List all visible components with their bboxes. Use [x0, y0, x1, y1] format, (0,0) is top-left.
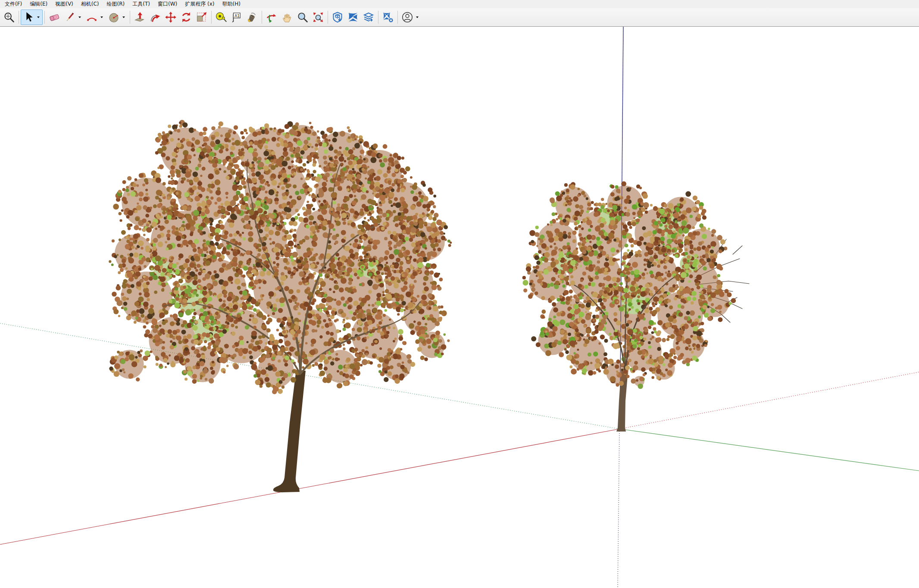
- push-pull-icon: [134, 11, 146, 23]
- extension-manager-button[interactable]: [380, 9, 396, 25]
- menu-item-help[interactable]: 帮助(H): [218, 0, 244, 9]
- paint-bucket-icon: [246, 11, 258, 23]
- account-button[interactable]: [400, 9, 422, 25]
- circle-dropdown-arrow[interactable]: [121, 11, 126, 23]
- menu-item-window[interactable]: 窗口(W): [154, 0, 181, 9]
- arc-icon: [86, 11, 98, 23]
- menu-item-tools[interactable]: 工具(T): [128, 0, 154, 9]
- toolbar-separator: [44, 11, 45, 24]
- move-icon: [165, 11, 177, 23]
- line-button[interactable]: [62, 9, 84, 25]
- blue-axis-down-dotted: [618, 429, 619, 588]
- push-pull-button[interactable]: [132, 9, 147, 25]
- follow-me-button[interactable]: [147, 9, 163, 25]
- eraser-button[interactable]: [47, 9, 62, 25]
- share-component-button[interactable]: [361, 9, 376, 25]
- scale-icon: [196, 11, 208, 23]
- rotate-button[interactable]: [178, 9, 194, 25]
- toolbar-separator: [397, 11, 398, 24]
- menu-bar: 文件(F)编辑(E)视图(V)相机(C)绘图(R)工具(T)窗口(W)扩展程序 …: [0, 0, 919, 8]
- move-button[interactable]: [163, 9, 178, 25]
- viewport-canvas[interactable]: [0, 27, 919, 588]
- search-button[interactable]: [1, 9, 17, 25]
- tape-measure-icon: [215, 11, 227, 23]
- extension-manager-icon: [382, 11, 394, 23]
- toolbar: A1: [0, 8, 919, 27]
- text-icon: A1: [231, 11, 243, 23]
- menu-item-camera[interactable]: 相机(C): [77, 0, 103, 9]
- select-dropdown-arrow[interactable]: [35, 11, 41, 23]
- text-button[interactable]: A1: [229, 9, 244, 25]
- toolbar-separator: [211, 11, 212, 24]
- paint-bucket-button[interactable]: [244, 9, 260, 25]
- menu-item-file[interactable]: 文件(F): [1, 0, 26, 9]
- red-axis-back-dotted: [619, 372, 919, 429]
- red-axis-solid: [0, 429, 619, 544]
- green-axis-solid: [619, 429, 919, 471]
- warehouse-3d-icon: [331, 11, 344, 23]
- share-component-icon: [363, 11, 375, 23]
- rotate-icon: [180, 11, 192, 23]
- viewport[interactable]: [0, 27, 919, 588]
- warehouse-3d-button[interactable]: [330, 9, 345, 25]
- orbit-icon: [266, 11, 278, 23]
- arc-button[interactable]: [84, 9, 106, 25]
- menu-item-view[interactable]: 视图(V): [51, 0, 77, 9]
- zoom-icon: [297, 11, 309, 23]
- svg-text:A1: A1: [234, 14, 240, 18]
- pan-icon: [281, 11, 293, 23]
- circle-button[interactable]: [106, 9, 128, 25]
- toolbar-separator: [328, 11, 328, 24]
- arc-dropdown-arrow[interactable]: [99, 11, 104, 23]
- zoom-button[interactable]: [295, 9, 310, 25]
- toolbar-separator: [378, 11, 378, 24]
- eraser-icon: [48, 11, 60, 23]
- tree-left-large[interactable]: [109, 120, 452, 492]
- follow-me-icon: [149, 11, 161, 23]
- zoom-extents-button[interactable]: [310, 9, 326, 25]
- share-model-button[interactable]: [345, 9, 361, 25]
- select-icon: [22, 11, 34, 23]
- orbit-button[interactable]: [264, 9, 279, 25]
- menu-item-extensions[interactable]: 扩展程序 (x): [181, 0, 218, 9]
- line-dropdown-arrow[interactable]: [77, 11, 82, 23]
- tree-right-small[interactable]: [522, 181, 749, 432]
- toolbar-separator: [130, 11, 130, 24]
- account-dropdown-arrow[interactable]: [414, 11, 420, 23]
- circle-icon: [108, 11, 120, 23]
- line-icon: [64, 11, 76, 23]
- toolbar-separator: [19, 11, 19, 24]
- share-model-icon: [347, 11, 359, 23]
- zoom-extents-icon: [312, 11, 324, 23]
- account-icon: [401, 11, 413, 23]
- scale-button[interactable]: [194, 9, 209, 25]
- search-icon: [3, 11, 15, 23]
- select-button[interactable]: [21, 9, 43, 25]
- menu-item-draw[interactable]: 绘图(R): [103, 0, 129, 9]
- toolbar-separator: [262, 11, 262, 24]
- menu-item-edit[interactable]: 编辑(E): [26, 0, 51, 9]
- pan-button[interactable]: [279, 9, 295, 25]
- tape-measure-button[interactable]: [213, 9, 229, 25]
